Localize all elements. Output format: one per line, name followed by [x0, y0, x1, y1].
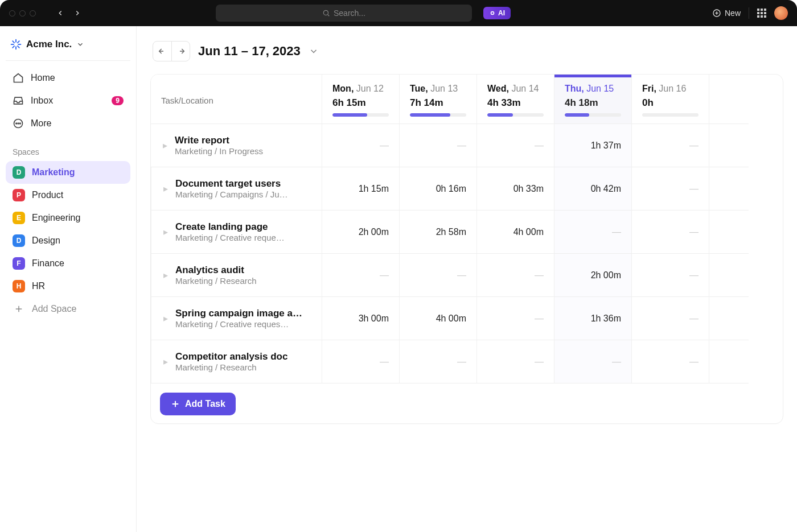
time-cell[interactable]: 1h 36m: [554, 297, 631, 340]
space-icon: D: [13, 234, 25, 247]
day-column-header[interactable]: Fri, Jun 16 0h: [631, 75, 709, 124]
avatar[interactable]: [774, 6, 788, 20]
time-cell[interactable]: 0h 42m: [554, 167, 631, 211]
inbox-badge: 9: [112, 96, 124, 105]
time-cell[interactable]: 2h 00m: [554, 254, 631, 297]
task-row[interactable]: ▸ Spring campaign image a… Marketing / C…: [151, 297, 322, 340]
inbox-icon: [13, 95, 24, 106]
time-cell[interactable]: —: [631, 340, 709, 383]
sidebar-item-more[interactable]: More: [6, 112, 130, 135]
add-task-label: Add Task: [185, 399, 225, 409]
caret-right-icon[interactable]: ▸: [162, 313, 170, 324]
date-prev-button[interactable]: [153, 42, 171, 61]
task-row[interactable]: ▸ Write report Marketing / In Progress: [151, 124, 322, 167]
history-nav: [53, 6, 85, 20]
time-cell[interactable]: —: [631, 297, 709, 340]
svg-point-15: [16, 123, 17, 124]
task-path: Marketing / Campaigns / Ju…: [175, 189, 288, 199]
space-icon: E: [13, 212, 25, 224]
nav-back-icon[interactable]: [53, 6, 68, 20]
caret-right-icon[interactable]: ▸: [161, 140, 169, 151]
workspace-switcher[interactable]: Acme Inc.: [6, 34, 130, 61]
day-column-header[interactable]: Thu, Jun 15 4h 18m: [554, 75, 631, 124]
time-cell-overflow: [709, 124, 749, 167]
time-cell[interactable]: 3h 00m: [322, 297, 399, 340]
time-cell[interactable]: 0h 16m: [399, 167, 476, 211]
svg-point-0: [323, 10, 328, 15]
task-name: Analytics audit: [175, 265, 257, 276]
chevron-down-icon[interactable]: [309, 46, 319, 56]
task-path: Marketing / Research: [175, 276, 257, 286]
task-row[interactable]: ▸ Analytics audit Marketing / Research: [151, 254, 322, 297]
time-cell[interactable]: —: [476, 124, 554, 167]
add-task-button[interactable]: Add Task: [160, 393, 236, 415]
time-cell[interactable]: —: [631, 211, 709, 254]
time-cell[interactable]: —: [476, 254, 554, 297]
new-label: New: [725, 9, 741, 18]
time-cell[interactable]: —: [631, 124, 709, 167]
caret-right-icon[interactable]: ▸: [162, 356, 170, 367]
time-cell[interactable]: 4h 00m: [476, 211, 554, 254]
task-row[interactable]: ▸ Create landing page Marketing / Creati…: [151, 211, 322, 254]
time-cell[interactable]: —: [631, 254, 709, 297]
task-row[interactable]: ▸ Document target users Marketing / Camp…: [151, 167, 322, 211]
svg-line-13: [18, 41, 19, 43]
plus-icon: [170, 399, 180, 409]
space-item-marketing[interactable]: D Marketing: [6, 161, 130, 184]
time-cell[interactable]: —: [631, 167, 709, 211]
new-button[interactable]: New: [712, 9, 741, 18]
time-cell[interactable]: —: [399, 254, 476, 297]
time-cell[interactable]: 1h 37m: [554, 124, 631, 167]
minimize-window-icon[interactable]: [19, 10, 26, 17]
space-item-finance[interactable]: F Finance: [6, 252, 130, 275]
task-row[interactable]: ▸ Competitor analysis doc Marketing / Re…: [151, 340, 322, 383]
day-column-header[interactable]: Wed, Jun 14 4h 33m: [476, 75, 554, 124]
plus-circle-icon: [712, 9, 721, 18]
date-range-label: Jun 11 – 17, 2023: [198, 44, 301, 59]
apps-grid-icon[interactable]: [757, 9, 766, 18]
timesheet-panel: Task/Location Mon, Jun 12 6h 15m Tue, Ju…: [150, 74, 783, 424]
time-cell[interactable]: 2h 00m: [322, 211, 399, 254]
space-item-design[interactable]: D Design: [6, 229, 130, 252]
time-cell[interactable]: 4h 00m: [399, 297, 476, 340]
add-space-label: Add Space: [32, 304, 76, 314]
maximize-window-icon[interactable]: [30, 10, 36, 17]
divider: [749, 7, 749, 19]
svg-point-16: [18, 123, 19, 124]
time-cell[interactable]: 0h 33m: [476, 167, 554, 211]
time-cell[interactable]: —: [322, 254, 399, 297]
time-cell[interactable]: —: [399, 124, 476, 167]
date-range-controls: Jun 11 – 17, 2023: [153, 41, 783, 61]
caret-right-icon[interactable]: ▸: [162, 226, 170, 237]
space-item-product[interactable]: P Product: [6, 184, 130, 207]
time-cell-overflow: [709, 340, 749, 383]
time-cell[interactable]: —: [322, 340, 399, 383]
time-cell[interactable]: —: [554, 211, 631, 254]
space-icon: F: [13, 257, 25, 270]
time-cell[interactable]: —: [476, 340, 554, 383]
sidebar-item-inbox[interactable]: Inbox 9: [6, 89, 130, 112]
ai-button[interactable]: AI: [483, 7, 511, 19]
time-cell[interactable]: 1h 15m: [322, 167, 399, 211]
task-path: Marketing / Creative reques…: [175, 319, 302, 329]
space-item-hr[interactable]: H HR: [6, 275, 130, 298]
time-cell[interactable]: —: [322, 124, 399, 167]
time-cell[interactable]: —: [399, 340, 476, 383]
close-window-icon[interactable]: [9, 10, 15, 17]
caret-right-icon[interactable]: ▸: [162, 270, 170, 281]
task-path: Marketing / Research: [175, 362, 287, 372]
home-icon: [13, 72, 24, 84]
caret-right-icon[interactable]: ▸: [162, 183, 170, 194]
add-space-button[interactable]: Add Space: [6, 298, 130, 320]
date-next-button[interactable]: [171, 42, 190, 61]
space-item-engineering[interactable]: E Engineering: [6, 207, 130, 229]
sidebar-item-label: Home: [31, 73, 55, 83]
nav-forward-icon[interactable]: [70, 6, 85, 20]
day-column-header[interactable]: Tue, Jun 13 7h 14m: [399, 75, 476, 124]
sidebar-item-home[interactable]: Home: [6, 67, 130, 89]
time-cell[interactable]: —: [554, 340, 631, 383]
search-input[interactable]: Search...: [216, 5, 472, 22]
day-column-header[interactable]: Mon, Jun 12 6h 15m: [322, 75, 399, 124]
time-cell[interactable]: 2h 58m: [399, 211, 476, 254]
time-cell[interactable]: —: [476, 297, 554, 340]
